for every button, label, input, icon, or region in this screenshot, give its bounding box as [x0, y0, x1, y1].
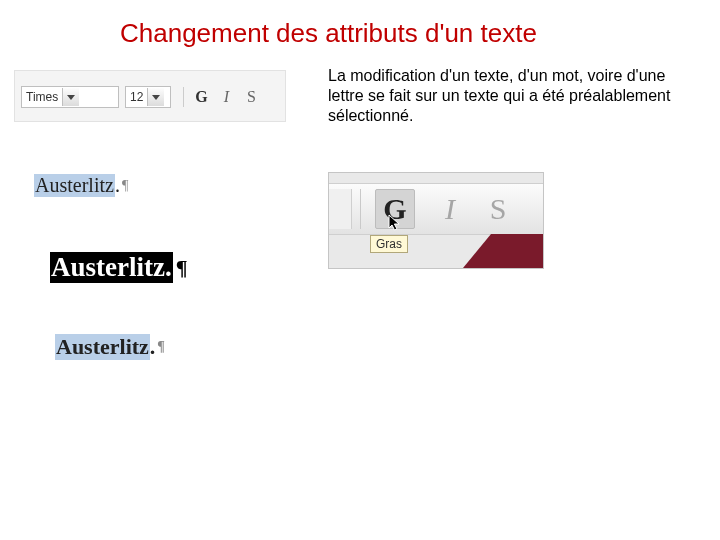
cursor-icon [388, 214, 402, 232]
font-size-value: 12 [130, 90, 143, 104]
example-selected-bold-inverse: Austerlitz. ¶ [50, 252, 188, 283]
period: . [150, 334, 156, 360]
tooltip: Gras [370, 235, 408, 253]
chevron-down-icon[interactable] [147, 88, 164, 106]
underline-button[interactable]: S [244, 88, 259, 106]
example-selected-normal: Austerlitz. ¶ [34, 174, 128, 197]
pilcrow-icon: ¶ [122, 178, 128, 194]
body-text: La modification d'un texte, d'un mot, vo… [328, 66, 680, 126]
example-selected-bold: Austerlitz. ¶ [55, 334, 165, 360]
font-family-value: Times [26, 90, 58, 104]
bold-button-zoom-screenshot: G I S Gras [328, 172, 544, 269]
bold-button[interactable]: G [194, 88, 209, 106]
style-buttons: G I S [194, 86, 259, 108]
slide-title: Changement des attributs d'un texte [120, 18, 537, 49]
separator [183, 87, 184, 107]
italic-button[interactable]: I [219, 88, 234, 106]
italic-button[interactable]: I [437, 192, 463, 226]
period: . [115, 174, 120, 197]
selected-text: Austerlitz [34, 174, 115, 197]
selected-text: Austerlitz [55, 334, 150, 360]
chevron-down-icon[interactable] [62, 88, 79, 106]
font-size-dropdown[interactable]: 12 [125, 86, 171, 108]
toolbar-stub [329, 189, 352, 229]
underline-button[interactable]: S [485, 192, 511, 226]
font-family-dropdown[interactable]: Times [21, 86, 119, 108]
selected-text: Austerlitz. [50, 252, 173, 283]
formatting-toolbar-screenshot: Times 12 G I S [14, 70, 286, 122]
separator [360, 189, 361, 229]
pilcrow-icon: ¶ [176, 255, 188, 281]
pilcrow-icon: ¶ [157, 339, 165, 355]
decorative-shape [463, 234, 543, 268]
